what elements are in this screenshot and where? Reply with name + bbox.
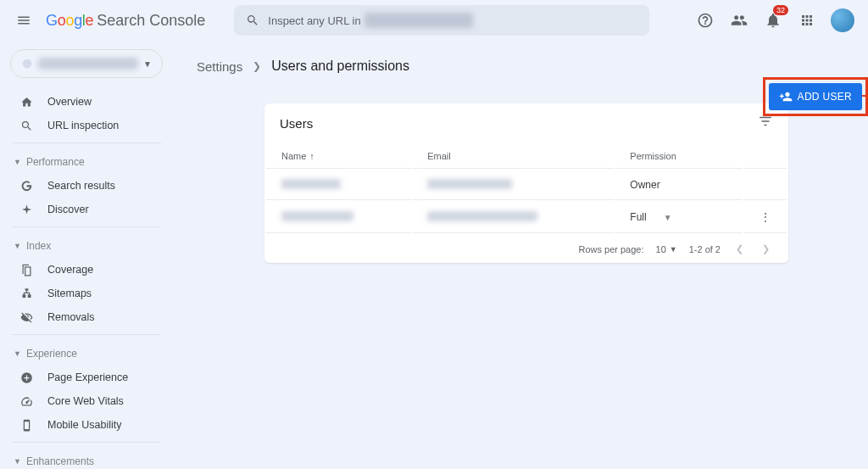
search-placeholder-text: Inspect any URL in xyxy=(268,14,360,27)
account-avatar[interactable] xyxy=(831,8,854,32)
user-email-blurred: xxx xyxy=(427,179,512,189)
rows-per-page-label: Rows per page: xyxy=(578,244,643,254)
card-title: Users xyxy=(280,116,758,131)
url-search-bar[interactable]: Inspect any URL in xxxxxxxxxxxxxxx xyxy=(234,5,649,36)
table-footer: Rows per page: 10 ▼ 1-2 of 2 ❮ ❯ xyxy=(264,235,788,263)
caret-down-icon: ▼ xyxy=(14,158,21,166)
visibility-off-icon xyxy=(19,311,34,324)
apps-button[interactable] xyxy=(797,10,817,31)
user-name-blurred: xxx xyxy=(281,211,353,221)
sidebar-item-mobile-usability[interactable]: Mobile Usability xyxy=(0,413,170,437)
sidebar-item-label: Removals xyxy=(47,311,95,323)
user-email-blurred: xxx xyxy=(427,211,537,221)
sort-asc-icon: ↑ xyxy=(309,151,314,161)
pages-icon xyxy=(19,264,34,276)
person-add-icon xyxy=(779,90,793,103)
people-icon xyxy=(731,12,748,29)
hamburger-menu-button[interactable] xyxy=(14,10,34,31)
table-row: xxx xxx Owner xyxy=(266,170,787,200)
notifications-button[interactable]: 32 xyxy=(763,10,783,31)
column-header-name[interactable]: Name↑ xyxy=(266,144,410,169)
speed-icon xyxy=(19,395,34,408)
search-icon xyxy=(19,120,34,132)
sidebar-item-label: Overview xyxy=(47,96,92,108)
sidebar-section-performance[interactable]: ▼Performance xyxy=(0,150,170,174)
sidebar-item-discover[interactable]: Discover xyxy=(0,198,170,221)
sidebar-item-label: Search results xyxy=(47,180,115,192)
globe-icon xyxy=(21,58,33,70)
chevron-down-icon: ▼ xyxy=(670,245,677,254)
sidebar-item-coverage[interactable]: Coverage xyxy=(0,258,170,282)
sidebar-item-search-results[interactable]: Search results xyxy=(0,174,170,198)
table-row: xxx xxx Full ▼ ⋮ xyxy=(266,202,787,233)
rows-per-page-selector[interactable]: 10 ▼ xyxy=(656,244,677,254)
main-content: Settings ❯ Users and permissions ADD USE… xyxy=(170,41,868,263)
sidebar-item-label: Core Web Vitals xyxy=(47,395,124,407)
spark-icon xyxy=(19,204,34,216)
sidebar-section-index[interactable]: ▼Index xyxy=(0,234,170,258)
row-menu-button[interactable]: ⋮ xyxy=(760,210,771,224)
next-page-button[interactable]: ❯ xyxy=(759,243,773,254)
sidebar-item-label: URL inspection xyxy=(47,120,119,131)
google-g-icon xyxy=(19,180,34,193)
sidebar-item-label: Sitemaps xyxy=(47,288,92,299)
sidebar-section-enhancements[interactable]: ▼Enhancements xyxy=(0,449,170,469)
sidebar-item-label: Page Experience xyxy=(47,371,128,383)
user-name-blurred: xxx xyxy=(281,179,341,189)
sidebar-item-sitemaps[interactable]: Sitemaps xyxy=(0,282,170,305)
sidebar-item-page-experience[interactable]: Page Experience xyxy=(0,366,170,389)
chevron-down-icon: ▼ xyxy=(664,213,672,222)
product-logo: Google Search Console xyxy=(46,12,205,30)
svg-point-0 xyxy=(23,59,32,69)
permission-dropdown[interactable]: Full ▼ xyxy=(630,211,727,223)
phone-icon xyxy=(19,419,34,432)
sidebar-item-label: Coverage xyxy=(47,264,93,276)
add-user-label: ADD USER xyxy=(798,91,852,103)
sidebar-item-label: Discover xyxy=(47,204,89,215)
column-header-permission[interactable]: Permission xyxy=(615,144,743,169)
breadcrumb-parent[interactable]: Settings xyxy=(197,59,242,74)
search-property-blurred: xxxxxxxxxxxxxxx xyxy=(364,13,473,28)
help-icon xyxy=(697,12,714,29)
filter-button[interactable] xyxy=(758,114,773,132)
caret-down-icon: ▼ xyxy=(14,242,21,250)
chevron-down-icon: ▼ xyxy=(143,59,152,69)
users-table: Name↑ Email Permission xxx xxx Owner xxx… xyxy=(264,142,788,235)
prev-page-button[interactable]: ❮ xyxy=(732,243,747,254)
property-selector[interactable]: xxxxxxxxxxxxxx ▼ xyxy=(10,49,163,78)
sidebar-item-overview[interactable]: Overview xyxy=(0,90,170,114)
sidebar-item-core-web-vitals[interactable]: Core Web Vitals xyxy=(0,389,170,413)
apps-grid-icon xyxy=(799,13,815,28)
home-icon xyxy=(19,96,34,109)
notification-badge: 32 xyxy=(773,5,788,15)
annotation-highlight-box: ADD USER xyxy=(763,77,868,116)
product-name: Search Console xyxy=(97,12,205,30)
sitemap-icon xyxy=(19,288,34,300)
chevron-right-icon: ❯ xyxy=(253,60,261,72)
caret-down-icon: ▼ xyxy=(14,349,21,358)
search-icon xyxy=(246,14,259,27)
sidebar-item-url-inspection[interactable]: URL inspection xyxy=(0,114,170,137)
pagination-range: 1-2 of 2 xyxy=(689,244,721,254)
help-button[interactable] xyxy=(695,10,715,31)
sidebar-item-removals[interactable]: Removals xyxy=(0,305,170,329)
users-card: Users Name↑ Email Permission xxx xxx Own… xyxy=(264,103,788,263)
page-title: Users and permissions xyxy=(271,59,409,74)
people-button[interactable] xyxy=(729,10,749,31)
column-header-email[interactable]: Email xyxy=(412,144,613,169)
permission-cell: Owner xyxy=(615,170,743,200)
add-user-button[interactable]: ADD USER xyxy=(769,83,862,110)
caret-down-icon: ▼ xyxy=(14,457,21,466)
sidebar-section-experience[interactable]: ▼Experience xyxy=(0,342,170,366)
breadcrumb: Settings ❯ Users and permissions xyxy=(197,49,844,83)
sidebar-item-label: Mobile Usability xyxy=(47,419,122,431)
sidebar: xxxxxxxxxxxxxx ▼ Overview URL inspection… xyxy=(0,41,170,469)
plus-circle-icon xyxy=(19,371,34,384)
